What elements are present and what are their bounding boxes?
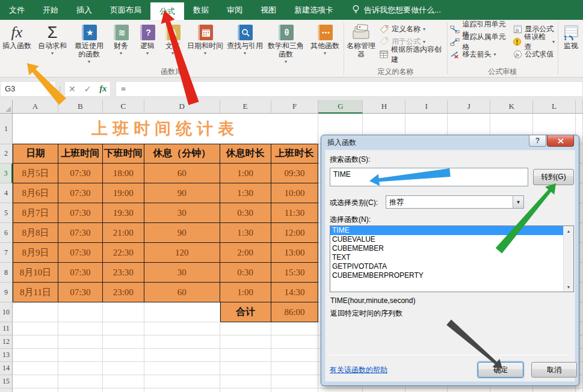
column-header-K[interactable]: K [490,100,533,114]
cell[interactable] [58,362,103,375]
table-data-cell[interactable]: 07:30 [58,243,103,263]
row-header-5[interactable]: 5 [0,203,13,223]
tab-页面布局[interactable]: 页面布局 [101,0,150,20]
ribbon-button-根据所选内容创建[interactable]: 根据所选内容创建 [377,48,446,61]
cell[interactable] [13,322,58,335]
table-data-cell[interactable]: 2:00 [220,243,271,263]
ribbon-button-逻辑[interactable]: ?逻辑▾ [135,22,160,56]
column-header-I[interactable]: I [406,100,448,114]
table-data-cell[interactable]: 0:30 [220,263,271,283]
name-box-dropdown-icon[interactable]: ▼ [48,86,53,91]
table-header-cell[interactable]: 日期 [13,144,58,164]
column-header-G[interactable]: G [318,100,363,114]
row-header-11[interactable]: 11 [0,322,13,335]
dialog-close-button[interactable] [547,135,574,147]
tab-公式[interactable]: 公式 [150,2,184,20]
formula-bar-handle[interactable]: ⁞ [56,85,64,93]
table-data-cell[interactable]: 1:00 [220,164,271,183]
cancel-button[interactable]: 取消 [531,362,577,378]
table-data-cell[interactable]: 23:30 [103,263,144,283]
table-header-cell[interactable]: 下班时间 [103,144,144,164]
row-header-9[interactable]: 9 [0,283,13,302]
cell[interactable] [144,388,220,392]
tell-me-box[interactable]: 告诉我您想要做什么... [342,0,441,20]
table-data-cell[interactable]: 07:30 [58,263,103,283]
table-data-cell[interactable]: 11:30 [271,203,319,223]
table-data-cell[interactable]: 8月10日 [13,263,58,283]
ribbon-button-财务[interactable]: ≋财务▾ [107,22,135,56]
cell[interactable] [220,349,271,362]
cell[interactable] [58,388,103,392]
go-button[interactable]: 转到(G) [533,169,574,185]
chevron-down-icon[interactable]: ▼ [513,196,523,208]
confirm-entry-icon[interactable]: ✓ [84,84,91,94]
table-header-cell[interactable]: 上班时长 [271,144,319,164]
row-header-7[interactable]: 7 [0,243,13,263]
cell[interactable] [103,335,144,349]
tab-插入[interactable]: 插入 [67,0,101,20]
ribbon-button-自动求和[interactable]: Σ自动求和▾ [34,22,71,56]
row-header-10[interactable]: 10 [0,302,13,322]
table-data-cell[interactable]: 1:00 [220,283,271,302]
cell[interactable] [58,322,103,335]
cell[interactable] [103,375,144,388]
table-total-value-cell[interactable]: 86:00 [271,302,319,322]
insert-function-icon[interactable]: fx [99,84,106,94]
search-function-input[interactable]: TIME [330,168,528,186]
row-header-15[interactable]: 15 [0,375,13,388]
function-list-item-CUBEVALUE[interactable]: CUBEVALUE [330,235,564,244]
ribbon-button-移去箭头[interactable]: 移去箭头▾ [448,48,510,61]
sheet-title-cell[interactable]: 上班时间统计表 [13,114,318,144]
cell[interactable] [13,335,58,349]
ribbon-button-插入函数[interactable]: fx插入函数 [0,22,34,51]
cell[interactable] [533,388,576,392]
table-data-cell[interactable]: 30 [144,203,220,223]
name-box[interactable]: G3 ▼ [0,81,56,97]
table-data-cell[interactable]: 23:00 [103,283,144,302]
table-data-cell[interactable]: 15:30 [271,263,319,283]
row-header-8[interactable]: 8 [0,263,13,283]
ribbon-button-数学和三角函数[interactable]: θ数学和三角函数▾ [265,22,307,64]
cell[interactable] [13,375,58,388]
ribbon-button-其他函数[interactable]: ⋯其他函数▾ [307,22,343,56]
cell[interactable] [103,322,144,335]
row-header-12[interactable]: 12 [0,335,13,349]
select-all-corner[interactable] [0,100,13,114]
function-list-item-CUBEMEMBERPROPERTY[interactable]: CUBEMEMBERPROPERTY [330,271,564,280]
cell[interactable] [13,349,58,362]
column-header-F[interactable]: F [271,100,319,114]
category-dropdown[interactable]: 推荐 ▼ [386,195,524,209]
table-data-cell[interactable]: 8月6日 [13,183,58,203]
cell[interactable] [220,388,271,392]
ribbon-button-最近使用的函数[interactable]: ★最近使用的函数▾ [71,22,107,64]
column-header-A[interactable]: A [13,100,58,114]
table-data-cell[interactable]: 07:30 [58,223,103,243]
function-list-item-TEXT[interactable]: TEXT [330,253,564,262]
table-data-cell[interactable]: 07:30 [58,283,103,302]
table-data-cell[interactable]: 12:00 [271,223,319,243]
ribbon-button-定义名称[interactable]: 定义名称▾ [377,23,446,35]
tab-数据[interactable]: 数据 [184,0,218,20]
cell[interactable] [58,335,103,349]
column-header-D[interactable]: D [144,100,220,114]
scroll-down-icon[interactable]: ▼ [564,282,573,292]
ok-button[interactable]: 确定 [478,362,523,378]
ribbon-button-查找与引用[interactable]: 查找与引用▾ [225,22,265,56]
table-data-cell[interactable]: 120 [144,243,220,263]
row-header-1[interactable]: 1 [0,114,13,144]
tab-审阅[interactable]: 审阅 [218,0,251,20]
cell[interactable] [13,302,58,322]
table-data-cell[interactable]: 60 [144,283,220,302]
dialog-help-button[interactable]: ? [529,135,546,147]
cell[interactable] [103,302,144,322]
cell[interactable] [144,335,220,349]
cell[interactable] [103,388,144,392]
table-data-cell[interactable]: 1:30 [220,183,271,203]
cell[interactable] [220,322,271,335]
cell[interactable] [271,388,319,392]
column-header-E[interactable]: E [220,100,271,114]
row-header-14[interactable]: 14 [0,362,13,375]
tab-视图[interactable]: 视图 [251,0,285,20]
row-header-6[interactable]: 6 [0,223,13,243]
cell[interactable] [13,388,58,392]
